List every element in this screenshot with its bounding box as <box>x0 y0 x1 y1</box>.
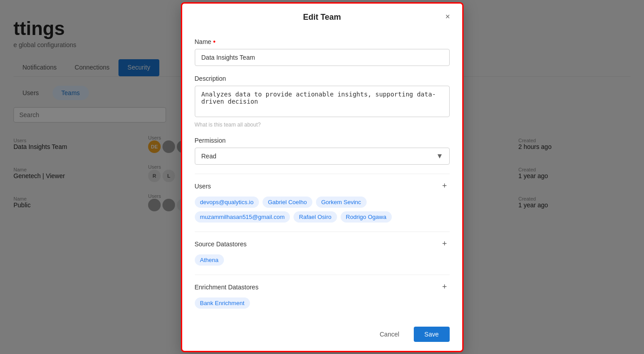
description-label: Description <box>195 75 450 82</box>
enrichment-datastores-section: Enrichment Datastores + Bank Enrichment <box>195 275 450 309</box>
enrichment-datastores-title: Enrichment Datastores <box>195 284 258 291</box>
source-datastore-tag[interactable]: Athena <box>195 254 224 266</box>
users-tags-container: devops@qualytics.io Gabriel Coelho Gorke… <box>195 197 450 223</box>
modal-title: Edit Team <box>303 13 341 22</box>
modal-footer: Cancel Save <box>182 319 462 351</box>
permission-label: Permission <box>195 137 450 144</box>
users-section-title: Users <box>195 183 211 190</box>
cancel-button[interactable]: Cancel <box>371 327 408 342</box>
enrichment-datastores-tags: Bank Enrichment <box>195 297 450 309</box>
permission-section: Permission Read Write Admin ▼ <box>195 137 450 165</box>
name-input[interactable] <box>195 49 450 66</box>
modal-header: Edit Team × <box>182 4 462 29</box>
source-datastores-tags: Athena <box>195 254 450 266</box>
close-button[interactable]: × <box>442 12 453 22</box>
source-datastores-section: Source Datastores + Athena <box>195 232 450 266</box>
name-label: Name • <box>195 38 450 45</box>
add-enrichment-datastore-button[interactable]: + <box>440 282 450 292</box>
modal-body: Name • Description Analyzes data to prov… <box>182 29 462 319</box>
user-tag[interactable]: Rafael Osiro <box>294 211 337 223</box>
user-tag[interactable]: Gorkem Sevinc <box>316 197 367 208</box>
name-section: Name • <box>195 38 450 66</box>
edit-team-modal: Edit Team × Name • Description Analyzes … <box>181 2 464 352</box>
add-source-datastore-button[interactable]: + <box>440 239 450 249</box>
modal-overlay: Edit Team × Name • Description Analyzes … <box>0 0 644 354</box>
description-hint: What is this team all about? <box>195 122 450 128</box>
divider <box>195 174 450 174</box>
description-input[interactable]: Analyzes data to provide actionable insi… <box>195 86 450 117</box>
divider <box>195 275 450 275</box>
user-tag[interactable]: Gabriel Coelho <box>263 197 312 208</box>
source-datastores-title: Source Datastores <box>195 240 247 248</box>
add-users-button[interactable]: + <box>440 181 450 191</box>
users-section: Users + devops@qualytics.io Gabriel Coel… <box>195 174 450 223</box>
required-indicator: • <box>213 38 216 45</box>
enrichment-datastores-header: Enrichment Datastores + <box>195 282 450 292</box>
permission-select[interactable]: Read Write Admin <box>195 148 450 165</box>
divider <box>195 232 450 232</box>
enrichment-datastore-tag[interactable]: Bank Enrichment <box>195 297 250 309</box>
permission-select-wrapper: Read Write Admin ▼ <box>195 148 450 165</box>
user-tag[interactable]: muzammilhasan515@gmail.com <box>195 211 290 223</box>
description-section: Description Analyzes data to provide act… <box>195 75 450 128</box>
users-section-header: Users + <box>195 181 450 191</box>
save-button[interactable]: Save <box>414 327 450 342</box>
source-datastores-header: Source Datastores + <box>195 239 450 249</box>
user-tag[interactable]: Rodrigo Ogawa <box>341 211 392 223</box>
user-tag[interactable]: devops@qualytics.io <box>195 197 259 208</box>
